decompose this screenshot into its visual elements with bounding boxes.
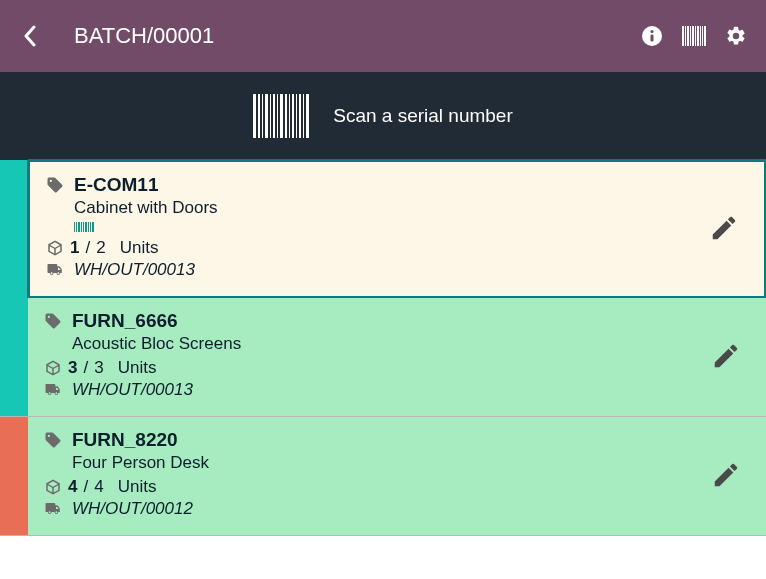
svg-point-1 bbox=[650, 30, 653, 33]
info-button[interactable] bbox=[640, 24, 664, 48]
svg-rect-5 bbox=[687, 26, 689, 46]
settings-button[interactable] bbox=[724, 24, 748, 48]
svg-rect-13 bbox=[253, 94, 256, 138]
line-product-name: Cabinet with Doors bbox=[74, 198, 700, 218]
gear-icon bbox=[725, 25, 747, 47]
edit-line-button[interactable] bbox=[702, 310, 750, 402]
svg-rect-4 bbox=[685, 26, 686, 46]
svg-rect-22 bbox=[289, 94, 290, 138]
svg-rect-2 bbox=[651, 35, 654, 42]
svg-rect-6 bbox=[690, 26, 691, 46]
qty-separator: / bbox=[83, 477, 88, 497]
line-row[interactable]: E-COM11 Cabinet with Doors 1 / 2 Units bbox=[0, 160, 766, 298]
truck-icon bbox=[46, 261, 64, 279]
svg-rect-23 bbox=[292, 94, 294, 138]
line-qty-done: 4 bbox=[68, 477, 77, 497]
line-transfer: WH/OUT/00013 bbox=[72, 380, 193, 400]
tag-icon bbox=[44, 431, 62, 449]
scan-bar[interactable]: Scan a serial number bbox=[0, 72, 766, 160]
svg-rect-24 bbox=[296, 94, 297, 138]
barcode-large-icon bbox=[253, 94, 309, 138]
line-product-name: Acoustic Bloc Screens bbox=[72, 334, 702, 354]
svg-rect-10 bbox=[700, 26, 701, 46]
svg-rect-12 bbox=[704, 26, 706, 46]
header-actions bbox=[640, 24, 748, 48]
tag-icon bbox=[44, 312, 62, 330]
svg-rect-18 bbox=[273, 94, 275, 138]
svg-rect-27 bbox=[306, 94, 309, 138]
truck-icon bbox=[44, 381, 62, 399]
svg-rect-33 bbox=[85, 222, 87, 232]
line-uom: Units bbox=[118, 358, 157, 378]
edit-line-button[interactable] bbox=[700, 174, 748, 282]
app-header: BATCH/00001 bbox=[0, 0, 766, 72]
line-sku: E-COM11 bbox=[74, 174, 158, 196]
svg-rect-7 bbox=[692, 26, 694, 46]
line-product-name: Four Person Desk bbox=[72, 453, 702, 473]
svg-rect-9 bbox=[697, 26, 699, 46]
svg-rect-20 bbox=[280, 94, 283, 138]
line-qty-total: 3 bbox=[94, 358, 103, 378]
truck-icon bbox=[44, 500, 62, 518]
svg-rect-30 bbox=[78, 222, 80, 232]
svg-rect-28 bbox=[74, 222, 75, 232]
row-stripe bbox=[0, 160, 28, 298]
svg-rect-21 bbox=[285, 94, 287, 138]
pencil-icon bbox=[711, 460, 741, 490]
svg-rect-3 bbox=[682, 26, 684, 46]
qty-separator: / bbox=[83, 358, 88, 378]
line-row[interactable]: FURN_6666 Acoustic Bloc Screens 3 / 3 Un… bbox=[0, 298, 766, 417]
svg-rect-32 bbox=[83, 222, 84, 232]
svg-rect-16 bbox=[265, 94, 268, 138]
line-sku: FURN_6666 bbox=[72, 310, 178, 332]
tag-icon bbox=[46, 176, 64, 194]
line-qty-done: 1 bbox=[70, 238, 79, 258]
back-button[interactable] bbox=[18, 24, 42, 48]
line-uom: Units bbox=[118, 477, 157, 497]
chevron-left-icon bbox=[23, 25, 37, 47]
edit-line-button[interactable] bbox=[702, 429, 750, 521]
row-stripe bbox=[0, 298, 28, 416]
svg-rect-15 bbox=[262, 94, 263, 138]
cube-icon bbox=[44, 478, 62, 496]
svg-rect-36 bbox=[92, 222, 94, 232]
svg-rect-25 bbox=[299, 94, 301, 138]
svg-rect-14 bbox=[258, 94, 260, 138]
line-transfer: WH/OUT/00013 bbox=[74, 260, 195, 280]
page-title: BATCH/00001 bbox=[74, 23, 640, 49]
line-sku: FURN_8220 bbox=[72, 429, 178, 451]
line-transfer: WH/OUT/00012 bbox=[72, 499, 193, 519]
line-qty-total: 2 bbox=[96, 238, 105, 258]
cube-icon bbox=[44, 359, 62, 377]
scan-prompt: Scan a serial number bbox=[333, 105, 513, 127]
mini-barcode-icon bbox=[74, 222, 700, 232]
lines-list: E-COM11 Cabinet with Doors 1 / 2 Units bbox=[0, 160, 766, 536]
svg-rect-29 bbox=[76, 222, 77, 232]
pencil-icon bbox=[711, 341, 741, 371]
barcode-button[interactable] bbox=[682, 24, 706, 48]
qty-separator: / bbox=[85, 238, 90, 258]
svg-rect-35 bbox=[90, 222, 91, 232]
svg-rect-11 bbox=[702, 26, 703, 46]
line-row[interactable]: FURN_8220 Four Person Desk 4 / 4 Units bbox=[0, 417, 766, 536]
svg-rect-31 bbox=[81, 222, 82, 232]
svg-rect-34 bbox=[88, 222, 89, 232]
svg-rect-19 bbox=[277, 94, 278, 138]
cube-icon bbox=[46, 239, 64, 257]
row-stripe bbox=[0, 417, 28, 535]
svg-rect-8 bbox=[695, 26, 696, 46]
info-icon bbox=[641, 25, 663, 47]
svg-rect-26 bbox=[303, 94, 304, 138]
line-qty-done: 3 bbox=[68, 358, 77, 378]
pencil-icon bbox=[709, 213, 739, 243]
line-qty-total: 4 bbox=[94, 477, 103, 497]
barcode-icon bbox=[682, 26, 706, 46]
line-uom: Units bbox=[120, 238, 159, 258]
svg-rect-17 bbox=[270, 94, 271, 138]
